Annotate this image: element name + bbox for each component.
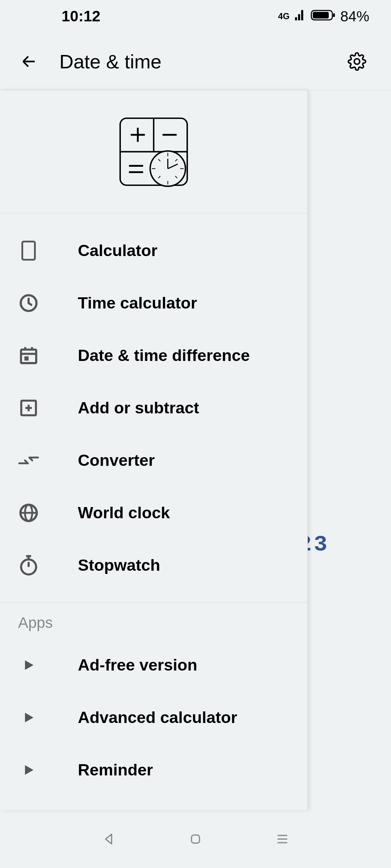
plus-box-icon <box>17 397 40 419</box>
svg-rect-22 <box>22 241 35 259</box>
drawer-menu: Calculator Time calculator Date & time d… <box>0 213 307 810</box>
menu-label: World clock <box>78 503 170 522</box>
status-bar: 10:12 4G 84% <box>0 0 391 33</box>
play-icon <box>17 759 40 781</box>
page-title: Date & time <box>59 50 325 73</box>
menu-label: Date & time difference <box>78 346 250 365</box>
svg-rect-39 <box>192 835 199 843</box>
svg-rect-2 <box>333 13 335 17</box>
nav-recent-button[interactable] <box>272 829 293 849</box>
battery-icon <box>311 8 336 25</box>
clock-icon <box>17 292 40 314</box>
menu-label: Advanced calculator <box>78 708 237 727</box>
menu-label: Calculator <box>78 241 157 260</box>
app-bar: Date & time <box>0 33 391 90</box>
calculator-icon <box>17 239 40 262</box>
nav-home-button[interactable] <box>185 829 206 849</box>
menu-item-date-time-difference[interactable]: Date & time difference <box>0 329 307 382</box>
app-logo-icon <box>118 116 189 187</box>
menu-item-ad-free[interactable]: Ad-free version <box>0 639 307 691</box>
status-time: 10:12 <box>62 8 100 25</box>
menu-item-add-subtract[interactable]: Add or subtract <box>0 382 307 434</box>
settings-button[interactable] <box>347 51 367 72</box>
signal-icon <box>294 8 306 25</box>
calendar-icon <box>17 344 40 367</box>
menu-item-time-calculator[interactable]: Time calculator <box>0 277 307 329</box>
back-button[interactable] <box>20 53 38 70</box>
system-nav-bar <box>0 810 391 868</box>
nav-back-button[interactable] <box>98 829 119 849</box>
menu-label: Converter <box>78 451 155 470</box>
play-icon <box>17 654 40 676</box>
status-right: 4G 84% <box>278 8 369 25</box>
svg-rect-1 <box>313 12 329 18</box>
menu-label: Ad-free version <box>78 656 197 675</box>
globe-icon <box>17 502 40 524</box>
drawer-section-apps: Apps <box>0 602 307 639</box>
menu-item-world-clock[interactable]: World clock <box>0 486 307 539</box>
network-icon: 4G <box>278 11 290 21</box>
menu-item-advanced-calculator[interactable]: Advanced calculator <box>0 691 307 744</box>
stopwatch-icon <box>17 554 40 576</box>
menu-item-reminder[interactable]: Reminder <box>0 744 307 796</box>
arrows-icon <box>17 449 40 472</box>
menu-label: Reminder <box>78 761 153 779</box>
menu-label: Add or subtract <box>78 399 199 417</box>
menu-label: Time calculator <box>78 294 197 312</box>
menu-label: Stopwatch <box>78 556 160 575</box>
drawer-header <box>0 90 307 213</box>
play-icon <box>17 706 40 729</box>
menu-item-calculator[interactable]: Calculator <box>0 224 307 277</box>
menu-item-stopwatch[interactable]: Stopwatch <box>0 539 307 591</box>
battery-percent: 84% <box>340 8 369 25</box>
navigation-drawer: Calculator Time calculator Date & time d… <box>0 90 308 810</box>
svg-rect-28 <box>24 356 29 361</box>
menu-item-converter[interactable]: Converter <box>0 434 307 486</box>
svg-point-35 <box>21 559 36 574</box>
